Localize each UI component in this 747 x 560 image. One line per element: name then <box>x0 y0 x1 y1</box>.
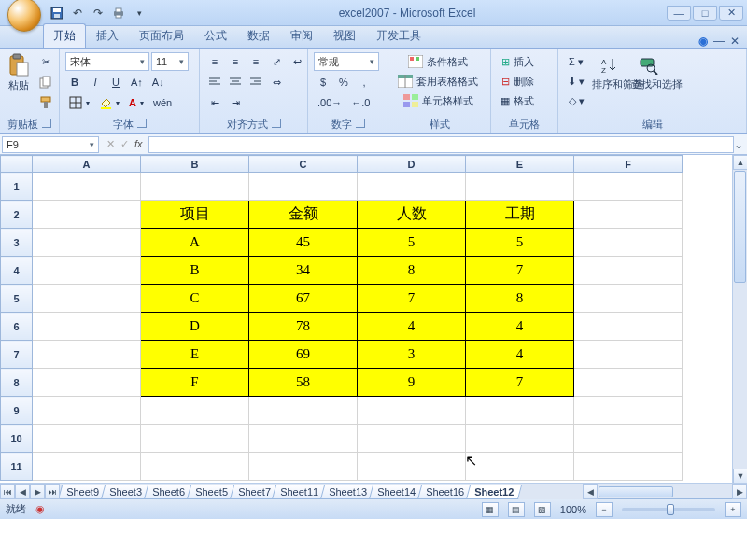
cell[interactable] <box>358 425 466 453</box>
name-box[interactable]: F9▾ <box>2 136 99 153</box>
macro-record-icon[interactable]: ◉ <box>35 503 45 515</box>
cell[interactable] <box>358 453 466 481</box>
cell[interactable] <box>141 397 249 425</box>
cell[interactable] <box>249 453 358 481</box>
cell[interactable] <box>33 229 141 257</box>
cell[interactable]: 7 <box>466 257 574 285</box>
sheet-tab[interactable]: Sheet14 <box>369 485 424 499</box>
cell[interactable]: E <box>141 341 249 369</box>
page-break-view-button[interactable]: ▧ <box>534 502 551 517</box>
autosum-button[interactable]: Σ ▾ <box>564 52 588 71</box>
align-right-button[interactable] <box>247 73 265 91</box>
bold-button[interactable]: B <box>65 73 84 91</box>
row-header[interactable]: 9 <box>1 397 33 425</box>
sheet-tab[interactable]: Sheet11 <box>272 485 327 499</box>
cell[interactable] <box>33 397 141 425</box>
align-left-button[interactable] <box>205 73 224 91</box>
cell[interactable]: 项目 <box>141 201 249 229</box>
cell[interactable] <box>574 397 683 425</box>
font-size-combo[interactable]: 11▾ <box>151 52 189 71</box>
scroll-up-icon[interactable]: ▲ <box>733 155 747 170</box>
print-icon[interactable] <box>110 5 127 21</box>
cell[interactable] <box>249 425 358 453</box>
font-color-button[interactable]: A▾ <box>125 93 148 112</box>
cell[interactable]: D <box>141 313 249 341</box>
copy-button[interactable] <box>35 73 56 91</box>
page-layout-view-button[interactable]: ▤ <box>508 502 525 517</box>
sheet-tab[interactable]: Sheet13 <box>320 485 375 499</box>
clipboard-dialog-launcher[interactable] <box>42 119 51 128</box>
sheet-nav-last-icon[interactable]: ⏭ <box>45 484 60 499</box>
scroll-thumb-vertical[interactable] <box>734 171 746 283</box>
cell[interactable] <box>33 425 141 453</box>
cell[interactable]: 45 <box>249 229 358 257</box>
cell[interactable] <box>574 229 683 257</box>
align-bottom-button[interactable]: ≡ <box>247 52 265 71</box>
cell[interactable]: 69 <box>249 341 358 369</box>
cell[interactable]: 4 <box>466 341 574 369</box>
cell[interactable] <box>358 397 466 425</box>
tab-data[interactable]: 数据 <box>237 23 280 48</box>
cell[interactable] <box>249 173 358 201</box>
office-button[interactable] <box>7 0 41 32</box>
sheet-nav-next-icon[interactable]: ▶ <box>30 484 45 499</box>
zoom-level[interactable]: 100% <box>560 504 586 515</box>
tab-formulas[interactable]: 公式 <box>194 23 237 48</box>
sheet-tab[interactable]: Sheet9 <box>60 485 107 499</box>
cell[interactable] <box>33 369 141 397</box>
find-select-button[interactable]: 查找和选择 <box>631 52 667 91</box>
row-header[interactable]: 2 <box>1 201 33 229</box>
fill-button[interactable]: ⬇ ▾ <box>564 72 588 91</box>
cell[interactable] <box>574 425 683 453</box>
cell[interactable]: 4 <box>466 313 574 341</box>
cell[interactable]: 8 <box>358 257 466 285</box>
decrease-decimal-button[interactable]: ←.0 <box>347 93 374 112</box>
format-painter-button[interactable] <box>35 93 56 112</box>
borders-button[interactable]: ▾ <box>65 93 93 112</box>
cell[interactable]: 58 <box>249 369 358 397</box>
tab-insert[interactable]: 插入 <box>86 23 129 48</box>
cell[interactable] <box>574 257 683 285</box>
cell[interactable] <box>466 425 574 453</box>
cell[interactable] <box>574 201 683 229</box>
cell[interactable]: 4 <box>358 313 466 341</box>
cell[interactable]: 5 <box>466 229 574 257</box>
fill-color-button[interactable]: ▾ <box>95 93 123 112</box>
increase-decimal-button[interactable]: .00→ <box>314 93 345 112</box>
sort-filter-button[interactable]: AZ 排序和筛选 <box>592 52 627 91</box>
cell[interactable]: B <box>141 257 249 285</box>
zoom-slider-thumb[interactable] <box>667 504 674 515</box>
align-center-button[interactable] <box>226 73 245 91</box>
cell-styles-button[interactable]: 单元格样式 <box>394 91 482 110</box>
cell[interactable] <box>33 173 141 201</box>
number-format-combo[interactable]: 常规▾ <box>314 52 379 71</box>
tab-review[interactable]: 审阅 <box>280 23 323 48</box>
column-header[interactable]: E <box>466 156 574 173</box>
workbook-close-icon[interactable]: ✕ <box>730 35 740 48</box>
merge-center-button[interactable]: ⇔ <box>267 73 286 91</box>
grow-font-button[interactable]: A↑ <box>127 73 147 91</box>
cell[interactable]: 5 <box>358 229 466 257</box>
cell[interactable] <box>574 173 683 201</box>
cell[interactable] <box>141 173 249 201</box>
percent-format-button[interactable]: % <box>334 73 353 91</box>
orientation-button[interactable]: ⤢ <box>267 52 286 71</box>
scroll-down-icon[interactable]: ▼ <box>733 469 747 483</box>
font-dialog-launcher[interactable] <box>137 119 147 128</box>
shrink-font-button[interactable]: A↓ <box>148 73 168 91</box>
close-button[interactable]: ✕ <box>719 6 743 21</box>
scroll-thumb-horizontal[interactable] <box>599 486 673 497</box>
column-header[interactable]: B <box>141 156 249 173</box>
clear-button[interactable]: ◇ ▾ <box>564 91 588 110</box>
expand-formula-bar-icon[interactable]: ⌄ <box>732 138 745 151</box>
cell[interactable]: 金额 <box>249 201 358 229</box>
italic-button[interactable]: I <box>86 73 105 91</box>
scroll-left-icon[interactable]: ◀ <box>583 484 598 499</box>
cell[interactable] <box>574 369 683 397</box>
zoom-in-button[interactable]: + <box>725 502 741 517</box>
alignment-dialog-launcher[interactable] <box>272 119 281 128</box>
scroll-right-icon[interactable]: ▶ <box>732 484 747 499</box>
cell[interactable]: 人数 <box>358 201 466 229</box>
insert-cells-button[interactable]: ⊞插入 <box>497 52 538 71</box>
column-header[interactable]: A <box>33 156 141 173</box>
